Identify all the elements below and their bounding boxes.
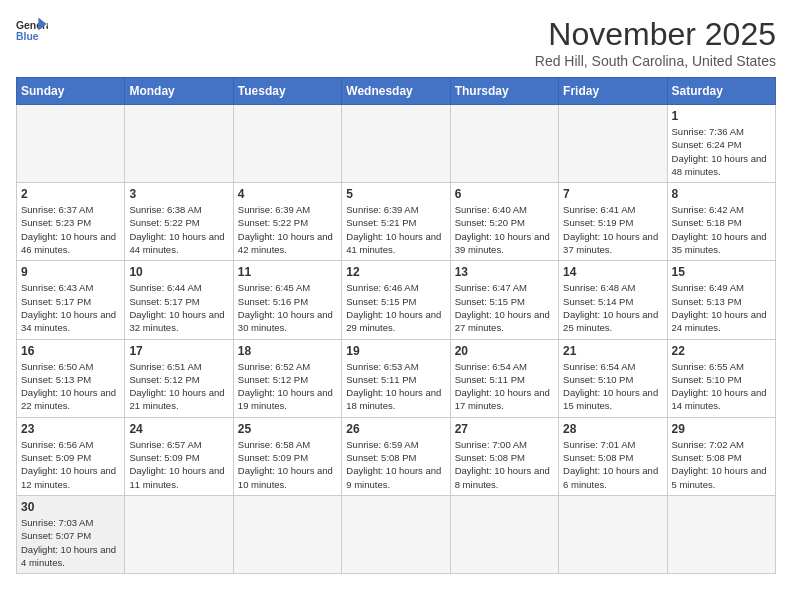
day-info: Sunrise: 6:55 AM Sunset: 5:10 PM Dayligh… [672, 360, 771, 413]
day-info: Sunrise: 7:02 AM Sunset: 5:08 PM Dayligh… [672, 438, 771, 491]
calendar-cell: 12Sunrise: 6:46 AM Sunset: 5:15 PM Dayli… [342, 261, 450, 339]
day-number: 4 [238, 187, 337, 201]
calendar-cell: 7Sunrise: 6:41 AM Sunset: 5:19 PM Daylig… [559, 183, 667, 261]
day-number: 5 [346, 187, 445, 201]
calendar-cell: 20Sunrise: 6:54 AM Sunset: 5:11 PM Dayli… [450, 339, 558, 417]
calendar-table: SundayMondayTuesdayWednesdayThursdayFrid… [16, 77, 776, 574]
calendar-title-area: November 2025 Red Hill, South Carolina, … [535, 16, 776, 69]
calendar-cell: 9Sunrise: 6:43 AM Sunset: 5:17 PM Daylig… [17, 261, 125, 339]
calendar-cell [125, 495, 233, 573]
calendar-cell: 22Sunrise: 6:55 AM Sunset: 5:10 PM Dayli… [667, 339, 775, 417]
calendar-cell [233, 495, 341, 573]
day-number: 29 [672, 422, 771, 436]
calendar-cell [342, 105, 450, 183]
calendar-cell: 28Sunrise: 7:01 AM Sunset: 5:08 PM Dayli… [559, 417, 667, 495]
calendar-cell: 6Sunrise: 6:40 AM Sunset: 5:20 PM Daylig… [450, 183, 558, 261]
calendar-cell: 23Sunrise: 6:56 AM Sunset: 5:09 PM Dayli… [17, 417, 125, 495]
calendar-cell: 13Sunrise: 6:47 AM Sunset: 5:15 PM Dayli… [450, 261, 558, 339]
day-number: 18 [238, 344, 337, 358]
calendar-cell [125, 105, 233, 183]
day-info: Sunrise: 6:40 AM Sunset: 5:20 PM Dayligh… [455, 203, 554, 256]
day-number: 14 [563, 265, 662, 279]
day-info: Sunrise: 6:41 AM Sunset: 5:19 PM Dayligh… [563, 203, 662, 256]
calendar-cell: 5Sunrise: 6:39 AM Sunset: 5:21 PM Daylig… [342, 183, 450, 261]
day-info: Sunrise: 6:59 AM Sunset: 5:08 PM Dayligh… [346, 438, 445, 491]
calendar-cell: 27Sunrise: 7:00 AM Sunset: 5:08 PM Dayli… [450, 417, 558, 495]
day-number: 30 [21, 500, 120, 514]
day-info: Sunrise: 6:50 AM Sunset: 5:13 PM Dayligh… [21, 360, 120, 413]
day-header-wednesday: Wednesday [342, 78, 450, 105]
calendar-cell: 3Sunrise: 6:38 AM Sunset: 5:22 PM Daylig… [125, 183, 233, 261]
day-number: 13 [455, 265, 554, 279]
day-info: Sunrise: 6:39 AM Sunset: 5:21 PM Dayligh… [346, 203, 445, 256]
day-header-sunday: Sunday [17, 78, 125, 105]
svg-text:Blue: Blue [16, 31, 39, 42]
day-info: Sunrise: 6:58 AM Sunset: 5:09 PM Dayligh… [238, 438, 337, 491]
day-number: 23 [21, 422, 120, 436]
day-info: Sunrise: 7:00 AM Sunset: 5:08 PM Dayligh… [455, 438, 554, 491]
day-info: Sunrise: 6:42 AM Sunset: 5:18 PM Dayligh… [672, 203, 771, 256]
day-number: 16 [21, 344, 120, 358]
day-info: Sunrise: 6:39 AM Sunset: 5:22 PM Dayligh… [238, 203, 337, 256]
calendar-cell: 30Sunrise: 7:03 AM Sunset: 5:07 PM Dayli… [17, 495, 125, 573]
day-header-tuesday: Tuesday [233, 78, 341, 105]
calendar-cell [667, 495, 775, 573]
calendar-cell: 26Sunrise: 6:59 AM Sunset: 5:08 PM Dayli… [342, 417, 450, 495]
calendar-cell: 10Sunrise: 6:44 AM Sunset: 5:17 PM Dayli… [125, 261, 233, 339]
location-subtitle: Red Hill, South Carolina, United States [535, 53, 776, 69]
day-info: Sunrise: 6:48 AM Sunset: 5:14 PM Dayligh… [563, 281, 662, 334]
day-info: Sunrise: 7:36 AM Sunset: 6:24 PM Dayligh… [672, 125, 771, 178]
calendar-cell: 19Sunrise: 6:53 AM Sunset: 5:11 PM Dayli… [342, 339, 450, 417]
day-info: Sunrise: 6:38 AM Sunset: 5:22 PM Dayligh… [129, 203, 228, 256]
calendar-cell [450, 105, 558, 183]
calendar-cell: 21Sunrise: 6:54 AM Sunset: 5:10 PM Dayli… [559, 339, 667, 417]
calendar-cell: 8Sunrise: 6:42 AM Sunset: 5:18 PM Daylig… [667, 183, 775, 261]
day-info: Sunrise: 6:54 AM Sunset: 5:11 PM Dayligh… [455, 360, 554, 413]
day-info: Sunrise: 6:45 AM Sunset: 5:16 PM Dayligh… [238, 281, 337, 334]
day-header-friday: Friday [559, 78, 667, 105]
calendar-cell [342, 495, 450, 573]
day-info: Sunrise: 6:37 AM Sunset: 5:23 PM Dayligh… [21, 203, 120, 256]
day-info: Sunrise: 6:43 AM Sunset: 5:17 PM Dayligh… [21, 281, 120, 334]
calendar-cell: 17Sunrise: 6:51 AM Sunset: 5:12 PM Dayli… [125, 339, 233, 417]
day-number: 26 [346, 422, 445, 436]
day-header-saturday: Saturday [667, 78, 775, 105]
calendar-cell [450, 495, 558, 573]
day-number: 3 [129, 187, 228, 201]
page-header: General Blue November 2025 Red Hill, Sou… [16, 16, 776, 69]
day-info: Sunrise: 7:01 AM Sunset: 5:08 PM Dayligh… [563, 438, 662, 491]
generalblue-logo-icon: General Blue [16, 16, 48, 48]
month-title: November 2025 [535, 16, 776, 53]
day-info: Sunrise: 6:54 AM Sunset: 5:10 PM Dayligh… [563, 360, 662, 413]
day-number: 7 [563, 187, 662, 201]
calendar-cell: 14Sunrise: 6:48 AM Sunset: 5:14 PM Dayli… [559, 261, 667, 339]
calendar-cell: 29Sunrise: 7:02 AM Sunset: 5:08 PM Dayli… [667, 417, 775, 495]
calendar-cell [17, 105, 125, 183]
day-number: 1 [672, 109, 771, 123]
day-info: Sunrise: 6:49 AM Sunset: 5:13 PM Dayligh… [672, 281, 771, 334]
day-number: 10 [129, 265, 228, 279]
day-number: 21 [563, 344, 662, 358]
logo: General Blue [16, 16, 48, 48]
day-number: 2 [21, 187, 120, 201]
day-number: 11 [238, 265, 337, 279]
calendar-cell: 24Sunrise: 6:57 AM Sunset: 5:09 PM Dayli… [125, 417, 233, 495]
calendar-cell: 18Sunrise: 6:52 AM Sunset: 5:12 PM Dayli… [233, 339, 341, 417]
calendar-cell: 25Sunrise: 6:58 AM Sunset: 5:09 PM Dayli… [233, 417, 341, 495]
day-number: 6 [455, 187, 554, 201]
day-info: Sunrise: 6:56 AM Sunset: 5:09 PM Dayligh… [21, 438, 120, 491]
day-number: 22 [672, 344, 771, 358]
day-info: Sunrise: 6:57 AM Sunset: 5:09 PM Dayligh… [129, 438, 228, 491]
day-info: Sunrise: 6:44 AM Sunset: 5:17 PM Dayligh… [129, 281, 228, 334]
day-info: Sunrise: 6:53 AM Sunset: 5:11 PM Dayligh… [346, 360, 445, 413]
day-header-thursday: Thursday [450, 78, 558, 105]
day-number: 28 [563, 422, 662, 436]
calendar-cell: 1Sunrise: 7:36 AM Sunset: 6:24 PM Daylig… [667, 105, 775, 183]
day-number: 8 [672, 187, 771, 201]
calendar-cell [233, 105, 341, 183]
calendar-cell: 16Sunrise: 6:50 AM Sunset: 5:13 PM Dayli… [17, 339, 125, 417]
calendar-header-row: SundayMondayTuesdayWednesdayThursdayFrid… [17, 78, 776, 105]
day-info: Sunrise: 6:52 AM Sunset: 5:12 PM Dayligh… [238, 360, 337, 413]
calendar-cell: 2Sunrise: 6:37 AM Sunset: 5:23 PM Daylig… [17, 183, 125, 261]
day-number: 20 [455, 344, 554, 358]
